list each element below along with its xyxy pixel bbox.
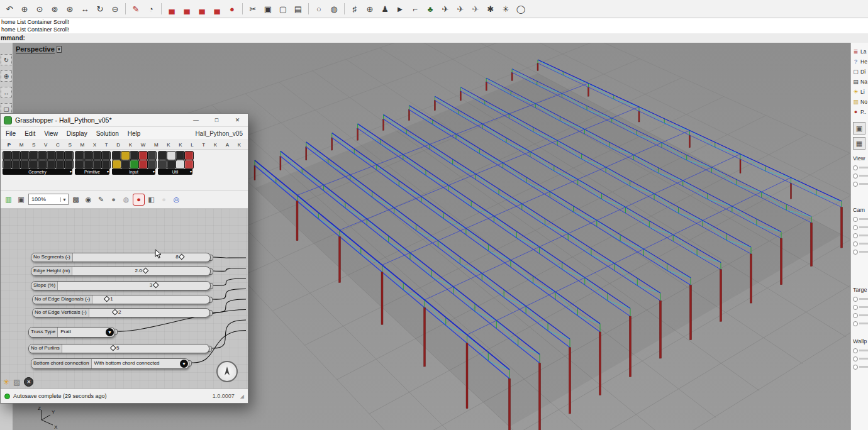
- command-prompt[interactable]: mmand:: [0, 33, 868, 43]
- pan-tool-icon[interactable]: ↔: [1, 87, 12, 98]
- property-row[interactable]: [853, 303, 868, 311]
- component-icon[interactable]: [175, 151, 185, 160]
- component-icon[interactable]: [158, 151, 167, 160]
- preview-white-icon[interactable]: ●: [159, 194, 169, 205]
- menu-view[interactable]: View: [44, 130, 58, 137]
- material-sphere-icon[interactable]: ◍: [327, 2, 341, 16]
- car-icon-1[interactable]: ▄: [165, 2, 179, 16]
- orbit-tool-icon[interactable]: ↻: [1, 54, 12, 65]
- undo-view-icon[interactable]: ↶: [3, 2, 16, 16]
- slider-grip[interactable]: [112, 309, 118, 316]
- category-tab-16[interactable]: T: [202, 142, 205, 148]
- slider-no-of-purlins[interactable]: No of Purlins5: [28, 344, 209, 353]
- component-icon[interactable]: [55, 160, 65, 169]
- component-icon[interactable]: [29, 160, 38, 169]
- component-icon[interactable]: [167, 160, 176, 169]
- preview-off-icon[interactable]: ●: [108, 194, 119, 205]
- airplane-icon-2[interactable]: ✈: [453, 2, 467, 16]
- component-icon[interactable]: [11, 160, 21, 169]
- menu-display[interactable]: Display: [67, 130, 87, 137]
- component-icon[interactable]: [147, 160, 157, 169]
- slider-no-of-edge-verticals[interactable]: No of Edge Verticals (-)2: [32, 308, 210, 317]
- category-tab-3[interactable]: V: [44, 142, 47, 148]
- slider-grip[interactable]: [179, 254, 185, 260]
- circle-icon[interactable]: ◯: [514, 2, 528, 16]
- component-icon[interactable]: [112, 160, 121, 169]
- runner-icon[interactable]: ✱: [484, 2, 498, 16]
- slider-grip[interactable]: [153, 282, 159, 289]
- property-row[interactable]: [853, 231, 868, 240]
- maximize-button[interactable]: □: [206, 114, 227, 126]
- component-icon[interactable]: [101, 151, 111, 160]
- component-icon[interactable]: [112, 151, 121, 160]
- component-icon[interactable]: [121, 151, 130, 160]
- property-row[interactable]: [853, 240, 868, 248]
- component-icon[interactable]: [158, 160, 167, 169]
- slider-track[interactable]: 2: [89, 309, 209, 317]
- dropdown-truss-type[interactable]: Truss TypePratt▼: [28, 327, 115, 338]
- menu-help[interactable]: Help: [128, 130, 141, 137]
- category-tab-9[interactable]: D: [116, 142, 120, 148]
- compass-icon[interactable]: ⊕: [363, 2, 377, 16]
- grasshopper-canvas[interactable]: ✳▨✕ No Segments (-)8Edge Height (m)2.0Sl…: [1, 209, 248, 389]
- gauge-icon[interactable]: ◔: [144, 2, 158, 16]
- component-icon[interactable]: [64, 160, 74, 169]
- zoom-selected-icon[interactable]: ⊛: [63, 2, 77, 16]
- property-row[interactable]: [853, 180, 868, 188]
- component-icon[interactable]: [92, 160, 102, 169]
- component-icon[interactable]: [84, 160, 93, 169]
- camera-settings-icon[interactable]: ▦: [853, 137, 865, 150]
- help-panel-tab[interactable]: ?He: [852, 58, 867, 65]
- chevron-down-icon[interactable]: ▾: [153, 169, 155, 175]
- slider-no-of-edge-diagonals[interactable]: No of Edge Diagonals (-)1: [32, 295, 210, 304]
- slider-grip[interactable]: [110, 345, 116, 351]
- property-row[interactable]: [853, 172, 868, 180]
- resize-grip[interactable]: ◢: [240, 394, 244, 399]
- slider-track[interactable]: 3: [58, 282, 210, 290]
- category-tab-8[interactable]: T: [105, 142, 108, 148]
- zoom-extents-icon[interactable]: ⊚: [48, 2, 62, 16]
- tree-icon[interactable]: ♣: [423, 2, 437, 16]
- slider-no-segments[interactable]: No Segments (-)8: [31, 253, 211, 262]
- preview-blue-icon[interactable]: ◎: [171, 194, 182, 205]
- slider-slope[interactable]: Slope (%)3: [31, 281, 211, 290]
- category-tab-10[interactable]: K: [129, 142, 132, 148]
- component-icon[interactable]: [3, 151, 12, 160]
- properties-panel-tab[interactable]: ●P..: [852, 108, 867, 116]
- property-row[interactable]: [853, 223, 868, 231]
- palette-group-label[interactable]: Util: [172, 169, 178, 175]
- minimize-button[interactable]: —: [186, 114, 206, 126]
- car-icon-3[interactable]: ▄: [195, 2, 209, 16]
- category-tab-7[interactable]: X: [93, 142, 96, 148]
- category-tab-19[interactable]: K: [238, 142, 241, 148]
- component-icon[interactable]: [3, 160, 12, 169]
- component-icon[interactable]: [147, 151, 157, 160]
- component-icon[interactable]: [184, 151, 194, 160]
- component-icon[interactable]: [47, 160, 56, 169]
- property-row[interactable]: [853, 355, 868, 363]
- slider-track[interactable]: 2.0: [72, 267, 210, 275]
- component-icon[interactable]: [11, 151, 21, 160]
- preview-shaded-icon[interactable]: ●: [133, 194, 144, 205]
- search-icon[interactable]: ○: [312, 2, 326, 16]
- chevron-down-icon[interactable]: ▼: [106, 328, 114, 336]
- red-sphere-icon[interactable]: ●: [225, 2, 239, 16]
- component-icon[interactable]: [20, 151, 30, 160]
- close-button[interactable]: ✕: [227, 114, 248, 126]
- new-file-icon[interactable]: ▥: [3, 194, 14, 205]
- rotate-view-icon[interactable]: ↻: [93, 2, 107, 16]
- chevron-down-icon[interactable]: ▾: [107, 169, 109, 175]
- component-icon[interactable]: [130, 160, 139, 169]
- canvas-compass-widget[interactable]: [216, 361, 238, 382]
- component-icon[interactable]: [38, 151, 47, 160]
- zoom-tool-icon[interactable]: ⊕: [1, 70, 12, 82]
- category-tab-17[interactable]: K: [214, 142, 217, 148]
- chevron-down-icon[interactable]: ▾: [190, 169, 192, 175]
- category-tab-0[interactable]: P: [8, 142, 11, 148]
- chevron-down-icon[interactable]: ▾: [70, 169, 72, 175]
- component-icon[interactable]: [20, 160, 30, 169]
- syringe-icon[interactable]: ✎: [129, 2, 143, 16]
- canvas-markup-icon[interactable]: ✳: [3, 378, 9, 387]
- component-icon[interactable]: [138, 160, 148, 169]
- component-icon[interactable]: [121, 160, 130, 169]
